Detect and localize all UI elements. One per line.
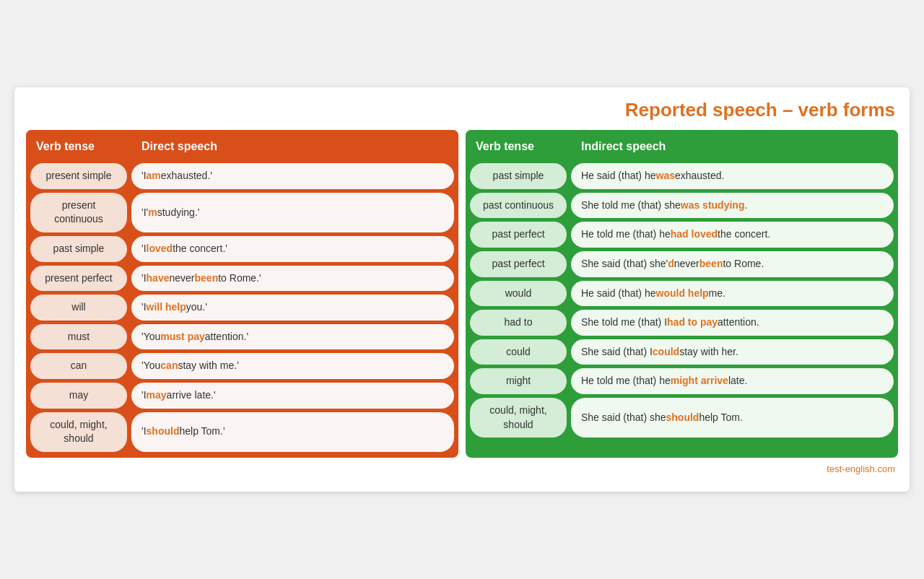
speech-cell: She told me (that) she was studying. (571, 193, 894, 219)
verb-cell: may (30, 383, 127, 409)
verb-cell: present continuous (30, 193, 127, 232)
speech-cell: 'I should help Tom.' (131, 412, 454, 452)
verb-cell: can (30, 353, 127, 379)
verb-cell: past simple (30, 236, 127, 262)
right-body: past simple He said (that) he was exhaus… (466, 163, 898, 443)
left-header: Verb tense Direct speech (26, 130, 458, 163)
table-row: past perfect He told me (that) he had lo… (470, 222, 894, 248)
speech-cell: 'I am exhausted.' (131, 163, 454, 189)
speech-cell: 'I have never been to Rome.' (131, 266, 454, 292)
verb-cell: past perfect (470, 222, 567, 248)
footer: test-english.com (26, 463, 898, 474)
table-row: present perfect 'I have never been to Ro… (30, 266, 454, 292)
verb-cell: will (30, 295, 127, 321)
speech-cell: 'You must pay attention.' (131, 324, 454, 350)
right-table: Verb tense Indirect speech past simple H… (466, 130, 898, 458)
main-container: Reported speech – verb forms Verb tense … (14, 87, 910, 492)
left-verb-header: Verb tense (30, 137, 131, 156)
left-body: present simple 'I am exhausted.' present… (26, 163, 458, 458)
verb-cell: must (30, 324, 127, 350)
table-row: past simple He said (that) he was exhaus… (470, 163, 894, 189)
speech-cell: She said (that) I could stay with her. (571, 339, 894, 365)
speech-cell: She said (that) she'd never been to Rome… (571, 251, 894, 277)
table-row: can 'You can stay with me.' (30, 353, 454, 379)
table-row: past continuous She told me (that) she w… (470, 193, 894, 219)
verb-cell: would (470, 281, 567, 307)
speech-cell: He said (that) he was exhausted. (571, 163, 894, 189)
verb-cell: could, might, should (30, 412, 127, 452)
table-row: present simple 'I am exhausted.' (30, 163, 454, 189)
verb-cell: could, might, should (470, 398, 567, 437)
speech-cell: She said (that) she should help Tom. (571, 398, 894, 437)
table-row: will 'I will help you.' (30, 295, 454, 321)
table-row: would He said (that) he would help me. (470, 281, 894, 307)
speech-cell: 'I will help you.' (131, 295, 454, 321)
verb-cell: past simple (470, 163, 567, 189)
right-verb-header: Verb tense (470, 137, 571, 156)
table-row: must 'You must pay attention.' (30, 324, 454, 350)
verb-cell: past perfect (470, 251, 567, 277)
table-row: could, might, should She said (that) she… (470, 398, 894, 437)
verb-cell: had to (470, 310, 567, 336)
table-row: past simple 'I loved the concert.' (30, 236, 454, 262)
right-header: Verb tense Indirect speech (466, 130, 898, 163)
speech-cell: 'I'm studying.' (131, 193, 454, 232)
footer-brand: test-english.com (827, 463, 895, 474)
right-speech-header: Indirect speech (575, 137, 894, 156)
verb-cell: could (470, 339, 567, 365)
speech-cell: 'I may arrive late.' (131, 383, 454, 409)
speech-cell: He said (that) he would help me. (571, 281, 894, 307)
speech-cell: He told me (that) he had loved the conce… (571, 222, 894, 248)
left-table: Verb tense Direct speech present simple … (26, 130, 458, 458)
speech-cell: 'I loved the concert.' (131, 236, 454, 262)
speech-cell: 'You can stay with me.' (131, 353, 454, 379)
verb-cell: present perfect (30, 266, 127, 292)
table-row: may 'I may arrive late.' (30, 383, 454, 409)
tables-wrapper: Verb tense Direct speech present simple … (26, 130, 898, 458)
table-row: had to She told me (that) I had to pay a… (470, 310, 894, 336)
table-row: could She said (that) I could stay with … (470, 339, 894, 365)
table-row: might He told me (that) he might arrive … (470, 368, 894, 394)
verb-cell: might (470, 368, 567, 394)
table-row: could, might, should 'I should help Tom.… (30, 412, 454, 452)
table-row: past perfect She said (that) she'd never… (470, 251, 894, 277)
left-speech-header: Direct speech (136, 137, 454, 156)
verb-cell: present simple (30, 163, 127, 189)
speech-cell: He told me (that) he might arrive late. (571, 368, 894, 394)
speech-cell: She told me (that) I had to pay attentio… (571, 310, 894, 336)
page-title: Reported speech – verb forms (26, 99, 898, 121)
verb-cell: past continuous (470, 193, 567, 219)
table-row: present continuous 'I'm studying.' (30, 193, 454, 232)
